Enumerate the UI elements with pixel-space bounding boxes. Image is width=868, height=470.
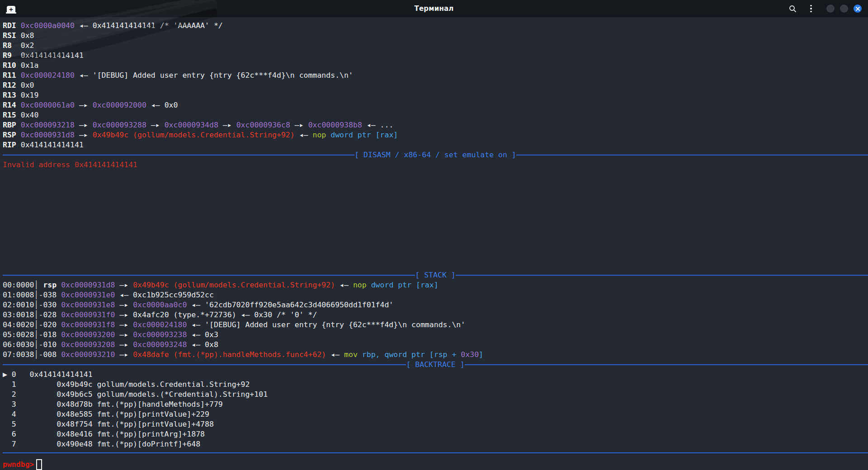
close-icon	[856, 7, 860, 11]
backtrace-line: 7 0x490e48 fmt.(*pp)[doPrintf]+648	[3, 439, 868, 449]
register-line: R15 0x40	[3, 110, 868, 120]
bottom-separator	[3, 452, 868, 453]
register-line: R10 0x1a	[3, 61, 868, 70]
stack-line: 06:0030│-010 0xc000093208 —▸ 0xc00009324…	[3, 340, 868, 350]
titlebar: + Терминал	[0, 0, 868, 17]
maximize-button[interactable]	[840, 5, 848, 13]
backtrace-line: 3 0x48d78b fmt.(*pp)[handleMethods]+779	[3, 400, 868, 409]
stack-line: 05:0028│-018 0xc000093200 —▸ 0xc00009323…	[3, 330, 868, 340]
disasm-separator: [ DISASM / x86-64 / set emulate on ]	[3, 150, 868, 160]
backtrace-section: ▶ 0 0x414141414141 1 0x49b49c gollum/mod…	[3, 370, 868, 449]
backtrace-line: 4 0x48e585 fmt.(*pp)[printValue]+229	[3, 409, 868, 419]
prompt-line[interactable]: pwndbg>	[3, 459, 868, 470]
stack-line: 04:0020│-020 0xc0000931f8 —▸ 0xc00002418…	[3, 320, 868, 330]
register-line: RDI 0xc0000a0040 ◂— 0x414141414141 /* 'A…	[3, 21, 868, 31]
titlebar-controls	[786, 0, 868, 17]
stack-line: 07:0038│-008 0xc000093210 —▸ 0x48dafe (f…	[3, 350, 868, 360]
register-line: RSP 0xc0000931d8 —▸ 0x49b49c (gollum/mod…	[3, 130, 868, 140]
kebab-menu-icon	[810, 5, 812, 13]
stack-line: 02:0010│-030 0xc0000931e8 —▸ 0xc0000aa0c…	[3, 300, 868, 310]
register-line: RSI 0x8	[3, 31, 868, 41]
register-line: RBP 0xc000093218 —▸ 0xc000093288 —▸ 0xc0…	[3, 120, 868, 130]
stack-line: 01:0008│-038 0xc0000931e0 ◂— 0xc1b925cc9…	[3, 290, 868, 300]
new-tab-icon: +	[9, 6, 13, 13]
register-line: R14 0xc0000061a0 —▸ 0xc000092000 ◂— 0x0	[3, 100, 868, 110]
register-line: R9 0x414141414141	[3, 51, 868, 61]
stack-line: 03:0018│-028 0xc0000931f0 —▸ 0x4afc20 (t…	[3, 310, 868, 320]
registers-section: RDI 0xc0000a0040 ◂— 0x414141414141 /* 'A…	[3, 21, 868, 150]
terminal-body[interactable]: RDI 0xc0000a0040 ◂— 0x414141414141 /* 'A…	[0, 17, 868, 470]
backtrace-line: 6 0x48e416 fmt.(*pp)[printArg]+1878	[3, 429, 868, 439]
stack-line: 00:0000│ rsp 0xc0000931d8 —▸ 0x49b49c (g…	[3, 280, 868, 290]
new-tab-button[interactable]: +	[7, 6, 15, 13]
backtrace-separator: [ BACKTRACE ]	[3, 360, 868, 370]
register-line: R8 0x2	[3, 41, 868, 51]
menu-button[interactable]	[806, 2, 816, 15]
disasm-error: Invalid address 0x414141414141	[3, 160, 868, 170]
stack-label: [ STACK ]	[415, 270, 455, 280]
stack-separator: [ STACK ]	[3, 270, 868, 280]
disasm-empty-area	[3, 170, 868, 270]
backtrace-label: [ BACKTRACE ]	[406, 360, 464, 370]
backtrace-line: 1 0x49b49c gollum/models.Credential.Stri…	[3, 380, 868, 390]
register-line: R13 0x19	[3, 90, 868, 100]
prompt-label: pwndbg>	[3, 460, 34, 470]
register-line: R12 0x0	[3, 80, 868, 90]
terminal-cursor[interactable]	[36, 459, 42, 470]
minimize-button[interactable]	[826, 5, 835, 13]
backtrace-line: 5 0x48f754 fmt.(*pp)[printValue]+4788	[3, 419, 868, 429]
disasm-label: [ DISASM / x86-64 / set emulate on ]	[354, 150, 516, 160]
search-button[interactable]	[786, 2, 799, 15]
stack-section: 00:0000│ rsp 0xc0000931d8 —▸ 0x49b49c (g…	[3, 280, 868, 360]
backtrace-line: ▶ 0 0x414141414141	[3, 370, 868, 380]
backtrace-line: 2 0x49b6c5 gollum/models.(*Credential).S…	[3, 390, 868, 400]
search-icon	[789, 5, 797, 13]
window-title: Терминал	[415, 5, 454, 13]
close-button[interactable]	[854, 5, 862, 13]
register-line: RIP 0x414141414141	[3, 140, 868, 150]
register-line: R11 0xc000024180 ◂— '[DEBUG] Added user …	[3, 70, 868, 80]
